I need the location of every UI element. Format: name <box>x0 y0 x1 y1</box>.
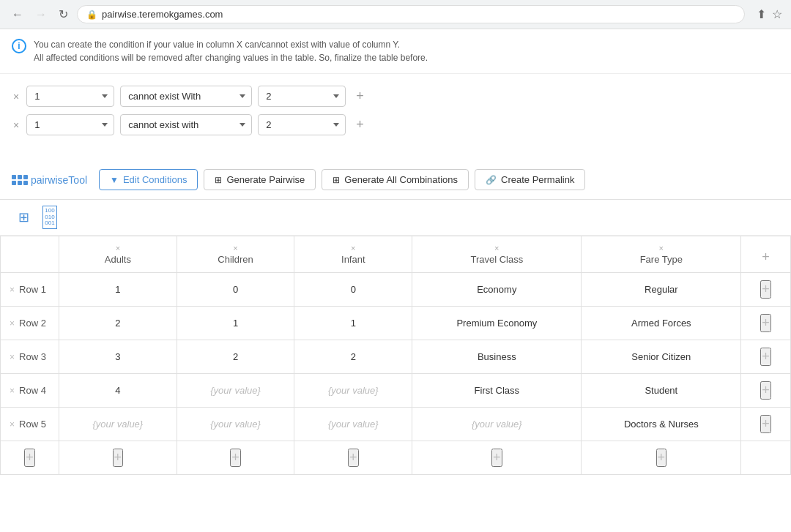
col-header-adults: × Adults <box>59 236 177 273</box>
condition-2-add-button[interactable]: + <box>352 116 368 134</box>
row-4-col-4-cell: First Class <box>412 374 582 408</box>
condition-2-value1-select[interactable]: 1234 <box>26 114 114 135</box>
data-table: × Adults × Children × Infant × Travel Cl… <box>0 236 791 475</box>
url-bar: 🔒 pairwise.teremokgames.com <box>77 5 745 23</box>
row-4-col-2-cell[interactable]: {your value} <box>177 374 294 408</box>
row-5-col-4-cell[interactable]: {your value} <box>412 408 582 441</box>
col-header-travel-class: × Travel Class <box>412 236 582 273</box>
row-3-col-1-cell: 3 <box>59 340 177 374</box>
col-infant-remove[interactable]: × <box>303 244 403 252</box>
row-1-add-cell: + <box>741 273 791 307</box>
row-4-col-1-cell: 4 <box>59 374 177 408</box>
row-5-col-2-cell[interactable]: {your value} <box>177 408 294 441</box>
row-4-col-3-cell[interactable]: {your value} <box>294 374 412 408</box>
add-row-fare-button[interactable]: + <box>656 449 667 467</box>
grid-view-button[interactable]: ⊞ <box>12 206 35 229</box>
generate-pairwise-button[interactable]: ⊞ Generate Pairwise <box>204 169 316 190</box>
row-3-remove[interactable]: × <box>10 352 15 362</box>
edit-conditions-label: Edit Conditions <box>123 174 187 185</box>
table-row: ×Row 5{your value}{your value}{your valu… <box>1 408 791 441</box>
table-icons-row: ⊞ 100010001 <box>0 200 791 236</box>
col-fare-remove[interactable]: × <box>590 244 732 252</box>
grid-view-icon: ⊞ <box>18 209 29 225</box>
table-row: ×Row 2211Premium EconomyArmed Forces+ <box>1 307 791 340</box>
add-row-label-cell: + <box>1 441 59 475</box>
condition-1-operator-select[interactable]: cannot exist Withcan exist with <box>120 86 252 107</box>
col-infant-label: Infant <box>341 254 365 265</box>
col-children-label: Children <box>218 254 253 265</box>
row-3-col-5-cell: Senior Citizen <box>582 340 741 374</box>
create-permalink-label: Create Permalink <box>501 174 574 185</box>
add-row-col3: + <box>294 441 412 475</box>
condition-2-operator-select[interactable]: cannot exist withcan exist with <box>120 114 252 135</box>
row-3-add-button[interactable]: + <box>760 348 771 366</box>
row-5-col-1-cell[interactable]: {your value} <box>59 408 177 441</box>
condition-1-value2-select[interactable]: 2134 <box>258 86 346 107</box>
condition-row-2: × 1234 cannot exist withcan exist with 2… <box>12 114 779 135</box>
row-3-col-4-cell: Business <box>412 340 582 374</box>
generate-all-button[interactable]: ⊞ Generate All Combinations <box>322 169 469 190</box>
row-4-remove[interactable]: × <box>10 386 15 396</box>
row-3-add-cell: + <box>741 340 791 374</box>
row-2-col-2-cell: 1 <box>177 307 294 340</box>
add-row-children-button[interactable]: + <box>230 449 241 467</box>
row-2-add-cell: + <box>741 307 791 340</box>
row-5-add-button[interactable]: + <box>760 415 771 433</box>
logo-cell <box>23 175 28 179</box>
row-1-col-2-cell: 0 <box>177 273 294 307</box>
row-1-remove[interactable]: × <box>10 285 15 295</box>
generate-all-label: Generate All Combinations <box>344 174 458 185</box>
add-row-infant-button[interactable]: + <box>348 449 359 467</box>
placeholder-value: {your value} <box>93 419 144 430</box>
row-2-col-3-cell: 1 <box>294 307 412 340</box>
add-row-col6 <box>741 441 791 475</box>
row-4-add-button[interactable]: + <box>760 381 771 400</box>
col-children-remove[interactable]: × <box>186 244 286 252</box>
create-permalink-button[interactable]: 🔗 Create Permalink <box>475 169 585 190</box>
row-5-remove[interactable]: × <box>10 419 15 430</box>
forward-button[interactable]: → <box>32 7 50 23</box>
col-travel-label: Travel Class <box>470 254 523 265</box>
table-body: ×Row 1100EconomyRegular+×Row 2211Premium… <box>1 273 791 441</box>
row-1-col-3-cell: 0 <box>294 273 412 307</box>
condition-1-add-button[interactable]: + <box>352 87 368 105</box>
table-add-row: + + + + + + <box>1 441 791 475</box>
row-2-label: Row 2 <box>19 318 46 329</box>
row-1-add-button[interactable]: + <box>760 280 771 299</box>
add-row-col4: + <box>412 441 582 475</box>
logo-text: pairwiseTool <box>31 174 87 186</box>
reload-button[interactable]: ↻ <box>56 6 71 23</box>
back-button[interactable]: ← <box>9 7 26 23</box>
row-2-remove[interactable]: × <box>10 318 15 329</box>
add-row-button[interactable]: + <box>24 449 35 467</box>
logo-tool: Tool <box>68 174 87 186</box>
share-icon[interactable]: ⬆ <box>757 7 766 21</box>
col-travel-remove[interactable]: × <box>421 244 572 252</box>
condition-1-remove-button[interactable]: × <box>12 89 21 104</box>
row-4-add-cell: + <box>741 374 791 408</box>
row-3-label-cell: ×Row 3 <box>1 340 59 374</box>
row-1-col-5-cell: Regular <box>582 273 741 307</box>
row-2-col-1-cell: 2 <box>59 307 177 340</box>
condition-1-value1-select[interactable]: 1234 <box>26 86 114 107</box>
edit-conditions-button[interactable]: ▼ Edit Conditions <box>99 169 198 190</box>
binary-view-button[interactable]: 100010001 <box>38 206 62 229</box>
condition-row-1: × 1234 cannot exist Withcan exist with 2… <box>12 86 779 107</box>
add-column-button[interactable]: + <box>762 250 770 265</box>
add-row-adults-button[interactable]: + <box>113 449 124 467</box>
col-adults-remove[interactable]: × <box>68 244 168 252</box>
filter-icon: ▼ <box>110 175 119 185</box>
logo-cell <box>18 181 22 185</box>
condition-2-remove-button[interactable]: × <box>12 118 21 132</box>
conditions-area: × 1234 cannot exist Withcan exist with 2… <box>0 74 791 160</box>
condition-2-value2-select[interactable]: 2134 <box>258 114 346 135</box>
main-content: i You can create the condition if your v… <box>0 29 791 532</box>
col-fare-label: Fare Type <box>640 254 683 265</box>
row-2-add-button[interactable]: + <box>760 314 771 332</box>
logo: pairwiseTool <box>12 174 87 186</box>
row-5-col-3-cell[interactable]: {your value} <box>294 408 412 441</box>
col-header-infant: × Infant <box>294 236 412 273</box>
add-row-travel-button[interactable]: + <box>491 449 502 467</box>
bookmark-icon[interactable]: ☆ <box>772 7 782 21</box>
table-row: ×Row 1100EconomyRegular+ <box>1 273 791 307</box>
